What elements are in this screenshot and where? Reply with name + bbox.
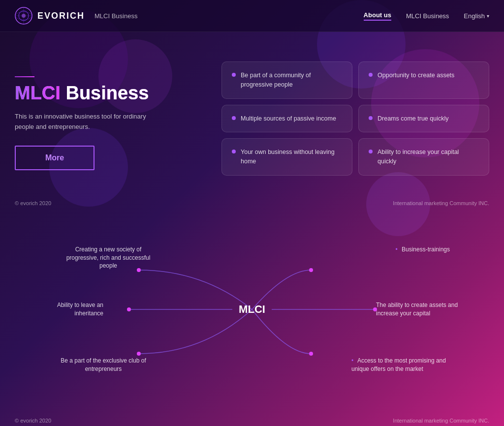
mindmap-node-bot-right-text: Access to the most promising and unique …: [351, 357, 446, 372]
mindmap-node-mid-left-text: Ability to leave an inheritance: [57, 302, 103, 317]
feature-text-3: Dreams come true quickly: [378, 114, 449, 123]
nav-links: About us MLCI Business English ▾: [364, 11, 489, 21]
hero-title-part1: MLCI: [15, 83, 61, 103]
features-grid: Be part of a community of progressive pe…: [221, 61, 489, 176]
mindmap-section: MLCI Creating a new society of progressi…: [0, 211, 504, 413]
mindmap-node-mid-left: Ability to leave an inheritance: [30, 301, 103, 318]
footer1-company: International marketing Community INC.: [393, 200, 489, 206]
hero-section: MLCI Business This is an innovative busi…: [0, 32, 504, 190]
chevron-down-icon: ▾: [487, 13, 489, 19]
lang-label: English: [464, 12, 485, 20]
feature-card-0: Be part of a community of progressive pe…: [221, 61, 352, 99]
feature-dot-1: [369, 73, 373, 77]
mindmap-node-top-left: Creating a new society of progressive, r…: [64, 245, 153, 270]
svg-point-10: [137, 352, 141, 356]
hero-title-part2: Business: [65, 83, 149, 103]
mindmap-node-bot-right: Access to the most promising and unique …: [351, 357, 450, 373]
feature-dot-2: [232, 116, 236, 120]
navbar: EVORICH MLCI Business About us MLCI Busi…: [0, 0, 504, 32]
svg-point-8: [127, 307, 131, 311]
mindmap-container: MLCI Creating a new society of progressi…: [15, 231, 489, 388]
svg-point-7: [309, 268, 313, 272]
feature-text-2: Multiple sources of passive income: [241, 114, 336, 123]
feature-dot-4: [232, 150, 236, 153]
feature-card-3: Dreams come true quickly: [358, 105, 489, 133]
mindmap-node-bot-left-text: Be a part of the exclusive club of entre…: [61, 357, 146, 372]
feature-dot-0: [232, 73, 236, 77]
footer2-copyright: © evorich 2020: [15, 418, 51, 424]
feature-card-5: Ability to increase your capital quickly: [358, 138, 489, 176]
more-button[interactable]: More: [15, 146, 94, 170]
language-selector[interactable]: English ▾: [464, 12, 489, 20]
feature-text-5: Ability to increase your capital quickly: [378, 148, 479, 166]
mindmap-node-mid-right-text: The ability to create assets and increas…: [376, 302, 458, 317]
hero-left: MLCI Business This is an innovative busi…: [15, 61, 202, 170]
feature-card-1: Opportunity to create assets: [358, 61, 489, 99]
hero-line-decoration: [15, 76, 202, 77]
logo: EVORICH: [15, 7, 85, 25]
hero-description: This is an innovative business tool for …: [15, 112, 153, 132]
feature-card-4: Your own business without leaving home: [221, 138, 352, 176]
feature-text-1: Opportunity to create assets: [378, 71, 454, 80]
footer2-company: International marketing Community INC.: [393, 418, 489, 424]
mindmap-center-label: MLCI: [239, 303, 265, 316]
evorich-logo-icon: [15, 7, 32, 25]
footer1-copyright: © evorich 2020: [15, 200, 51, 206]
feature-text-0: Be part of a community of progressive pe…: [241, 71, 342, 90]
hero-title: MLCI Business: [15, 83, 202, 104]
hero-accent-bar: [15, 76, 34, 77]
nav-brand-sub: MLCI Business: [94, 12, 137, 20]
nav-link-mlci[interactable]: MLCI Business: [406, 12, 449, 20]
nav-link-about[interactable]: About us: [364, 11, 391, 21]
mindmap-node-top-left-text: Creating a new society of progressive, r…: [66, 246, 151, 270]
feature-dot-3: [369, 116, 373, 120]
feature-dot-5: [369, 150, 373, 153]
feature-text-4: Your own business without leaving home: [241, 148, 342, 166]
mindmap-node-mid-right: The ability to create assets and increas…: [376, 301, 474, 318]
footer-bar-2: © evorich 2020 International marketing C…: [0, 413, 504, 426]
logo-text: EVORICH: [37, 11, 85, 21]
mindmap-node-top-right-text: Business-trainings: [402, 246, 450, 253]
footer-bar-1: © evorich 2020 International marketing C…: [0, 195, 504, 211]
mindmap-node-bot-left: Be a part of the exclusive club of entre…: [59, 357, 148, 373]
mindmap-node-top-right: Business-trainings: [395, 245, 450, 254]
feature-card-2: Multiple sources of passive income: [221, 105, 352, 133]
svg-point-11: [309, 352, 313, 356]
